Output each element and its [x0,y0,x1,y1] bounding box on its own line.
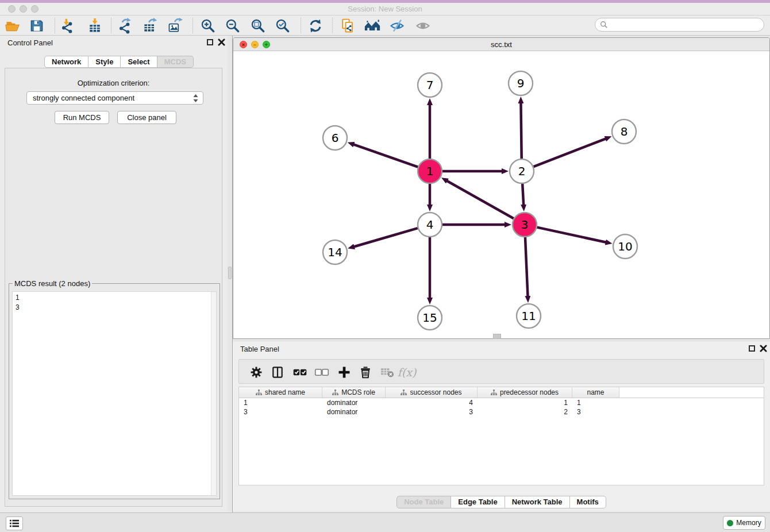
table-header-row: shared nameMCDS rolesuccessor nodesprede… [239,387,764,398]
column-header-label: successor nodes [410,388,461,396]
table-cell[interactable]: dominator [322,398,386,407]
export-network-icon[interactable] [116,17,134,35]
column-header[interactable]: shared name [239,387,322,398]
main-toolbar [0,16,770,36]
maximize-window-icon[interactable] [31,5,38,13]
hide-graphics-icon[interactable] [388,17,406,35]
table-toolbar: f(x) [238,359,764,384]
zoom-in-icon[interactable] [199,17,217,35]
task-history-button[interactable] [6,516,23,530]
graph-edge-2-3[interactable] [522,184,523,205]
graph-node-label: 2 [518,164,526,178]
criterion-value: strongly connected component [33,94,134,102]
zoom-fit-icon[interactable] [249,17,267,35]
tab-network[interactable]: Network [44,56,88,68]
export-table-icon[interactable] [141,17,159,35]
network-maximize-icon[interactable]: + [263,41,270,48]
column-header-label: MCDS role [341,388,375,396]
toolbar-separator [192,18,193,33]
delete-icon[interactable] [357,364,374,380]
tab-mcds[interactable]: MCDS [157,56,194,68]
panel-splitter[interactable] [227,36,233,512]
memory-button[interactable]: Memory [723,516,765,530]
memory-label: Memory [736,519,761,527]
import-table-icon[interactable] [86,17,104,35]
table-row[interactable]: 3dominator323 [239,407,764,417]
open-session-icon[interactable] [3,17,22,35]
tab-network-table[interactable]: Network Table [505,496,570,508]
close-window-icon[interactable] [8,5,16,13]
tab-motifs[interactable]: Motifs [570,496,606,508]
window-title: Session: New Session [0,3,770,16]
tab-node-table[interactable]: Node Table [396,496,451,508]
tab-style[interactable]: Style [88,56,121,68]
function-builder-icon[interactable]: f(x) [399,364,415,380]
column-header-label: predecessor nodes [500,388,559,396]
tab-edge-table[interactable]: Edge Table [451,496,505,508]
close-panel-icon[interactable] [218,38,225,46]
mcds-result-box[interactable]: 1 3 [12,291,217,496]
graph-edge-3-1[interactable] [447,181,514,219]
column-header[interactable]: MCDS role [322,387,386,398]
close-panel-button[interactable]: Close panel [117,111,176,124]
show-graphics-icon[interactable] [414,17,432,35]
float-table-panel-icon[interactable] [749,345,755,352]
column-header[interactable]: predecessor nodes [478,387,572,398]
select-all-icon[interactable] [292,364,308,380]
column-header[interactable]: name [572,387,619,398]
close-table-panel-icon[interactable] [760,345,767,352]
graph-edge-2-9[interactable] [521,103,521,159]
refresh-icon[interactable] [306,17,325,35]
column-header[interactable]: successor nodes [386,387,478,398]
import-network-icon[interactable] [59,17,77,35]
duplicate-network-icon[interactable] [338,17,357,35]
minimize-window-icon[interactable] [20,5,27,13]
delete-table-icon[interactable] [379,364,395,380]
graph-edge-2-8[interactable] [534,138,606,167]
table-cell[interactable]: 3 [386,407,478,417]
run-mcds-button[interactable]: Run MCDS [55,111,109,124]
table-cell[interactable]: 2 [478,407,572,417]
columns-icon[interactable] [270,364,286,380]
add-icon[interactable] [336,364,352,380]
criterion-select[interactable]: strongly connected component [26,91,203,105]
canvas-splitter-handle[interactable] [493,334,501,339]
mcds-result-scrollbar[interactable] [211,292,216,495]
zoom-out-icon[interactable] [224,17,242,35]
save-session-icon[interactable] [28,17,46,35]
table-panel-title: Table Panel [240,345,279,353]
graph-edge-3-10[interactable] [537,228,606,242]
network-canvas[interactable]: 1234678910111415 [233,51,769,338]
deselect-all-icon[interactable] [314,364,330,380]
float-panel-icon[interactable] [207,39,213,45]
network-window: × − + scc.txt 1234678910111415 [233,37,770,339]
table-panel: Table Panel f(x) shared nameMCDS rolesuc… [233,342,770,511]
graph-node-label: 10 [618,240,632,253]
zoom-selected-icon[interactable] [274,17,292,35]
table-cell[interactable]: 1 [572,398,619,407]
graph-edge-3-11[interactable] [525,237,528,296]
table-cell[interactable]: dominator [322,407,386,417]
table-cell[interactable]: 1 [239,398,322,407]
network-minimize-icon[interactable]: − [251,41,259,48]
splitter-handle[interactable] [228,267,232,279]
search-input[interactable] [608,19,764,30]
column-sort-icon [256,390,262,396]
tab-select[interactable]: Select [121,56,157,68]
table-cell[interactable]: 3 [572,407,619,417]
table-cell[interactable]: 4 [386,398,478,407]
search-box[interactable] [595,18,764,32]
gear-icon[interactable] [248,364,264,380]
table-row[interactable]: 1dominator411 [239,398,764,407]
export-image-icon[interactable] [166,17,184,35]
home-icon[interactable] [363,17,382,35]
graph-edge-4-14[interactable] [354,228,418,246]
network-window-titlebar[interactable]: × − + scc.txt [233,38,769,51]
table-cell[interactable]: 3 [239,407,322,417]
node-table[interactable]: shared nameMCDS rolesuccessor nodesprede… [238,387,764,485]
graph-node-label: 14 [328,245,342,259]
graph-node-label: 1 [426,164,434,178]
table-cell[interactable]: 1 [478,398,572,407]
graph-edge-1-6[interactable] [353,144,418,167]
network-close-icon[interactable]: × [240,41,247,48]
